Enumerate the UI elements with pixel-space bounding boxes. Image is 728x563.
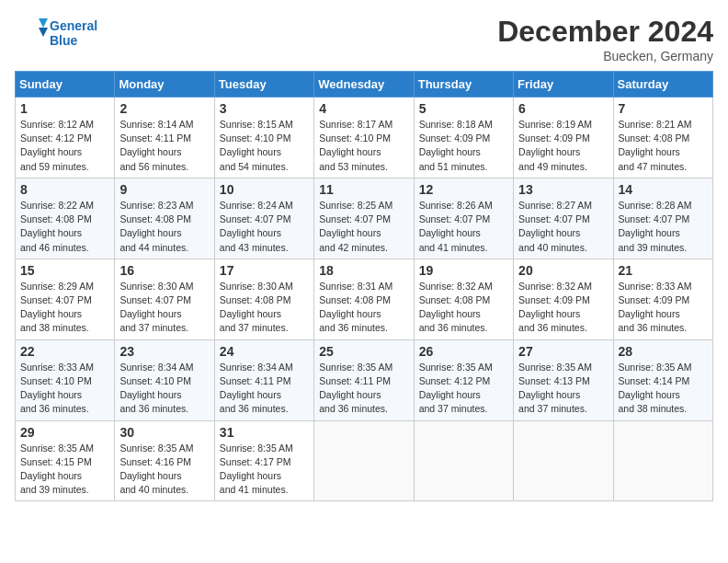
svg-marker-0 — [39, 18, 48, 28]
day-info: Sunrise: 8:35 AM Sunset: 4:14 PM Dayligh… — [619, 361, 708, 417]
day-number: 17 — [220, 263, 309, 278]
day-cell-5: 5 Sunrise: 8:18 AM Sunset: 4:09 PM Dayli… — [414, 98, 513, 178]
day-number: 9 — [119, 182, 209, 197]
day-number: 7 — [619, 101, 708, 116]
empty-cell — [514, 420, 613, 501]
day-number: 21 — [619, 263, 708, 278]
day-cell-17: 17 Sunrise: 8:30 AM Sunset: 4:08 PM Dayl… — [214, 259, 313, 339]
day-cell-13: 13 Sunrise: 8:27 AM Sunset: 4:07 PM Dayl… — [514, 178, 613, 259]
day-info: Sunrise: 8:33 AM Sunset: 4:10 PM Dayligh… — [20, 361, 109, 417]
day-info: Sunrise: 8:35 AM Sunset: 4:16 PM Dayligh… — [119, 442, 209, 498]
day-cell-12: 12 Sunrise: 8:26 AM Sunset: 4:07 PM Dayl… — [414, 178, 513, 259]
day-info: Sunrise: 8:27 AM Sunset: 4:07 PM Dayligh… — [518, 199, 608, 255]
day-cell-25: 25 Sunrise: 8:35 AM Sunset: 4:11 PM Dayl… — [314, 339, 414, 420]
day-number: 20 — [518, 263, 608, 278]
header-monday: Monday — [115, 72, 214, 98]
day-number: 24 — [220, 344, 309, 359]
day-number: 26 — [419, 344, 508, 359]
day-info: Sunrise: 8:29 AM Sunset: 4:07 PM Dayligh… — [20, 280, 109, 336]
logo: General Blue — [15, 15, 97, 52]
day-info: Sunrise: 8:35 AM Sunset: 4:11 PM Dayligh… — [319, 361, 408, 417]
week-row-3: 15 Sunrise: 8:29 AM Sunset: 4:07 PM Dayl… — [16, 259, 713, 339]
day-info: Sunrise: 8:34 AM Sunset: 4:11 PM Dayligh… — [220, 361, 309, 417]
logo-svg — [15, 15, 48, 52]
page-header: General Blue December 2024 Buecken, Germ… — [15, 15, 713, 63]
day-info: Sunrise: 8:19 AM Sunset: 4:09 PM Dayligh… — [518, 118, 608, 174]
svg-marker-1 — [39, 28, 48, 37]
day-cell-6: 6 Sunrise: 8:19 AM Sunset: 4:09 PM Dayli… — [514, 98, 613, 178]
day-info: Sunrise: 8:30 AM Sunset: 4:08 PM Dayligh… — [220, 280, 309, 336]
day-number: 29 — [20, 425, 109, 440]
day-info: Sunrise: 8:18 AM Sunset: 4:09 PM Dayligh… — [419, 118, 508, 174]
day-number: 10 — [220, 182, 309, 197]
day-number: 22 — [20, 344, 109, 359]
day-info: Sunrise: 8:23 AM Sunset: 4:08 PM Dayligh… — [119, 199, 209, 255]
day-info: Sunrise: 8:35 AM Sunset: 4:12 PM Dayligh… — [419, 361, 508, 417]
day-info: Sunrise: 8:28 AM Sunset: 4:07 PM Dayligh… — [619, 199, 708, 255]
day-number: 1 — [20, 101, 109, 116]
day-cell-31: 31 Sunrise: 8:35 AM Sunset: 4:17 PM Dayl… — [214, 420, 313, 501]
day-info: Sunrise: 8:15 AM Sunset: 4:10 PM Dayligh… — [220, 118, 309, 174]
day-cell-4: 4 Sunrise: 8:17 AM Sunset: 4:10 PM Dayli… — [314, 98, 414, 178]
day-info: Sunrise: 8:17 AM Sunset: 4:10 PM Dayligh… — [319, 118, 408, 174]
day-cell-22: 22 Sunrise: 8:33 AM Sunset: 4:10 PM Dayl… — [16, 339, 115, 420]
day-info: Sunrise: 8:21 AM Sunset: 4:08 PM Dayligh… — [619, 118, 708, 174]
day-cell-9: 9 Sunrise: 8:23 AM Sunset: 4:08 PM Dayli… — [115, 178, 214, 259]
week-row-4: 22 Sunrise: 8:33 AM Sunset: 4:10 PM Dayl… — [16, 339, 713, 420]
header-saturday: Saturday — [613, 72, 712, 98]
day-number: 15 — [20, 263, 109, 278]
day-info: Sunrise: 8:35 AM Sunset: 4:17 PM Dayligh… — [220, 442, 309, 498]
week-row-5: 29 Sunrise: 8:35 AM Sunset: 4:15 PM Dayl… — [16, 420, 713, 501]
empty-cell — [414, 420, 513, 501]
day-info: Sunrise: 8:22 AM Sunset: 4:08 PM Dayligh… — [20, 199, 109, 255]
day-number: 3 — [220, 101, 309, 116]
day-number: 28 — [619, 344, 708, 359]
day-info: Sunrise: 8:12 AM Sunset: 4:12 PM Dayligh… — [20, 118, 109, 174]
page-subtitle: Buecken, Germany — [497, 49, 713, 63]
day-info: Sunrise: 8:35 AM Sunset: 4:15 PM Dayligh… — [20, 442, 109, 498]
day-cell-2: 2 Sunrise: 8:14 AM Sunset: 4:11 PM Dayli… — [115, 98, 214, 178]
day-info: Sunrise: 8:33 AM Sunset: 4:09 PM Dayligh… — [619, 280, 708, 336]
header-thursday: Thursday — [414, 72, 513, 98]
day-cell-18: 18 Sunrise: 8:31 AM Sunset: 4:08 PM Dayl… — [314, 259, 414, 339]
day-cell-23: 23 Sunrise: 8:34 AM Sunset: 4:10 PM Dayl… — [115, 339, 214, 420]
day-cell-26: 26 Sunrise: 8:35 AM Sunset: 4:12 PM Dayl… — [414, 339, 513, 420]
day-cell-1: 1 Sunrise: 8:12 AM Sunset: 4:12 PM Dayli… — [16, 98, 115, 178]
day-number: 14 — [619, 182, 708, 197]
day-cell-3: 3 Sunrise: 8:15 AM Sunset: 4:10 PM Dayli… — [214, 98, 313, 178]
day-info: Sunrise: 8:26 AM Sunset: 4:07 PM Dayligh… — [419, 199, 508, 255]
day-number: 27 — [518, 344, 608, 359]
header-wednesday: Wednesday — [314, 72, 414, 98]
day-cell-24: 24 Sunrise: 8:34 AM Sunset: 4:11 PM Dayl… — [214, 339, 313, 420]
day-number: 2 — [119, 101, 209, 116]
day-info: Sunrise: 8:25 AM Sunset: 4:07 PM Dayligh… — [319, 199, 408, 255]
day-info: Sunrise: 8:31 AM Sunset: 4:08 PM Dayligh… — [319, 280, 408, 336]
day-info: Sunrise: 8:14 AM Sunset: 4:11 PM Dayligh… — [119, 118, 209, 174]
weekday-header-row: Sunday Monday Tuesday Wednesday Thursday… — [16, 72, 713, 98]
calendar-table: Sunday Monday Tuesday Wednesday Thursday… — [15, 71, 713, 501]
day-cell-16: 16 Sunrise: 8:30 AM Sunset: 4:07 PM Dayl… — [115, 259, 214, 339]
day-number: 13 — [518, 182, 608, 197]
day-number: 31 — [220, 425, 309, 440]
day-info: Sunrise: 8:24 AM Sunset: 4:07 PM Dayligh… — [220, 199, 309, 255]
header-friday: Friday — [514, 72, 613, 98]
day-info: Sunrise: 8:32 AM Sunset: 4:08 PM Dayligh… — [419, 280, 508, 336]
day-cell-29: 29 Sunrise: 8:35 AM Sunset: 4:15 PM Dayl… — [16, 420, 115, 501]
day-cell-10: 10 Sunrise: 8:24 AM Sunset: 4:07 PM Dayl… — [214, 178, 313, 259]
day-number: 12 — [419, 182, 508, 197]
empty-cell — [613, 420, 712, 501]
day-number: 19 — [419, 263, 508, 278]
day-cell-15: 15 Sunrise: 8:29 AM Sunset: 4:07 PM Dayl… — [16, 259, 115, 339]
header-sunday: Sunday — [16, 72, 115, 98]
day-cell-27: 27 Sunrise: 8:35 AM Sunset: 4:13 PM Dayl… — [514, 339, 613, 420]
day-cell-20: 20 Sunrise: 8:32 AM Sunset: 4:09 PM Dayl… — [514, 259, 613, 339]
week-row-1: 1 Sunrise: 8:12 AM Sunset: 4:12 PM Dayli… — [16, 98, 713, 178]
day-cell-14: 14 Sunrise: 8:28 AM Sunset: 4:07 PM Dayl… — [613, 178, 712, 259]
day-number: 18 — [319, 263, 408, 278]
day-cell-21: 21 Sunrise: 8:33 AM Sunset: 4:09 PM Dayl… — [613, 259, 712, 339]
day-cell-19: 19 Sunrise: 8:32 AM Sunset: 4:08 PM Dayl… — [414, 259, 513, 339]
day-info: Sunrise: 8:32 AM Sunset: 4:09 PM Dayligh… — [518, 280, 608, 336]
day-number: 8 — [20, 182, 109, 197]
day-number: 4 — [319, 101, 408, 116]
day-cell-8: 8 Sunrise: 8:22 AM Sunset: 4:08 PM Dayli… — [16, 178, 115, 259]
